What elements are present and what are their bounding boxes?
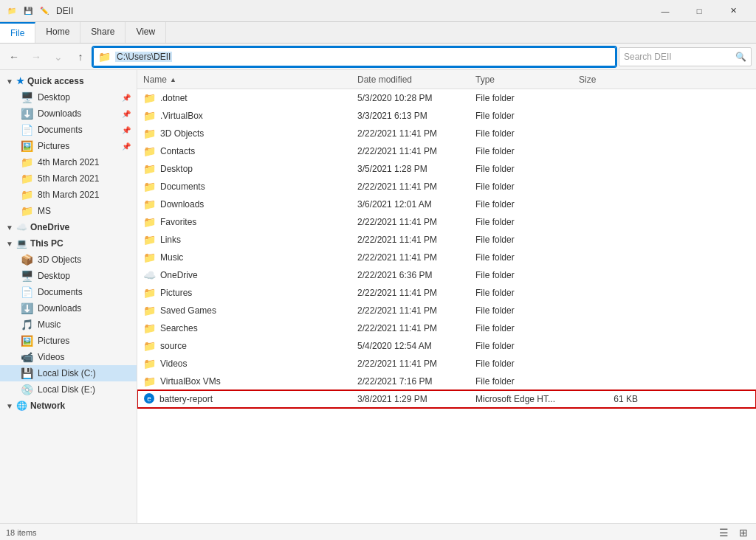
table-row[interactable]: 📁 Saved Games 2/22/2021 11:41 PM File fo… [137, 302, 756, 319]
address-bar[interactable]: 📁 C:\Users\DEII [93, 47, 616, 66]
file-date-cell: 2/22/2021 7:16 PM [357, 376, 475, 387]
8thmarch-icon: 📁 [21, 189, 33, 201]
3dobjects-icon: 📦 [21, 254, 33, 266]
close-button[interactable]: ✕ [716, 0, 750, 22]
network-label: Network [30, 401, 65, 411]
quick-access-label: Quick access [27, 76, 84, 86]
sidebar-thispc[interactable]: ▼ 💻 This PC [0, 235, 137, 252]
file-name-cell: 📁 .dotnet [143, 92, 357, 104]
sidebar-item-5thmarch[interactable]: 📁 5th March 2021 [0, 170, 137, 187]
sidebar-item-videos-pc[interactable]: 📹 Videos [0, 349, 137, 365]
table-row[interactable]: 📁 Searches 2/22/2021 11:41 PM File folde… [137, 319, 756, 337]
file-name-cell: 📁 Pictures [143, 287, 357, 299]
table-row[interactable]: 📁 Documents 2/22/2021 11:41 PM File fold… [137, 178, 756, 195]
file-date-cell: 2/22/2021 11:41 PM [357, 359, 475, 369]
table-row[interactable]: 📁 Music 2/22/2021 11:41 PM File folder [137, 249, 756, 266]
file-type-cell: File folder [475, 341, 579, 351]
search-placeholder: Search DEII [624, 52, 672, 62]
table-row[interactable]: 📁 source 5/4/2020 12:54 AM File folder [137, 337, 756, 355]
file-icon: 📁 [143, 198, 156, 210]
tab-home[interactable]: Home [35, 22, 80, 43]
file-date-cell: 5/3/2020 10:28 PM [357, 93, 475, 103]
col-header-size[interactable]: Size [579, 75, 638, 85]
file-name-text: Contacts [160, 146, 195, 156]
col-header-date[interactable]: Date modified [357, 75, 475, 85]
recent-locations-button[interactable]: ⌄ [49, 47, 68, 66]
list-view-button[interactable]: ☰ [717, 527, 731, 539]
table-row[interactable]: 📁 .VirtualBox 3/3/2021 6:13 PM File fold… [137, 107, 756, 125]
table-row[interactable]: 📁 Pictures 2/22/2021 11:41 PM File folde… [137, 284, 756, 302]
sidebar-item-4thmarch[interactable]: 📁 4th March 2021 [0, 154, 137, 170]
videos-pc-icon: 📹 [21, 351, 33, 363]
sidebar-item-pictures[interactable]: 🖼️ Pictures 📌 [0, 138, 137, 154]
sidebar-8thmarch-label: 8th March 2021 [38, 190, 99, 200]
4thmarch-icon: 📁 [21, 156, 33, 168]
file-icon: 📁 [143, 375, 156, 387]
forward-button[interactable]: → [27, 47, 46, 66]
status-item-count: 18 items [6, 528, 37, 537]
file-type-cell: File folder [475, 181, 579, 192]
table-row[interactable]: 📁 Links 2/22/2021 11:41 PM File folder [137, 231, 756, 249]
sidebar-item-pictures-pc[interactable]: 🖼️ Pictures [0, 333, 137, 349]
sidebar-item-localc[interactable]: 💾 Local Disk (C:) [0, 365, 137, 381]
file-name-cell: 📁 Saved Games [143, 305, 357, 316]
tab-share[interactable]: Share [80, 22, 126, 43]
sidebar-item-music-pc[interactable]: 🎵 Music [0, 316, 137, 333]
sidebar-network[interactable]: ▼ 🌐 Network [0, 398, 137, 414]
file-name-cell: 📁 Desktop [143, 163, 357, 175]
file-date-cell: 3/8/2021 1:29 PM [357, 394, 475, 404]
file-name-cell: 📁 source [143, 340, 357, 352]
window-title: DEII [56, 6, 73, 16]
table-row[interactable]: 📁 3D Objects 2/22/2021 11:41 PM File fol… [137, 125, 756, 142]
sidebar: ▼ ★ Quick access 🖥️ Desktop 📌 ⬇️ Downloa… [0, 70, 137, 523]
table-row[interactable]: 📁 Contacts 2/22/2021 11:41 PM File folde… [137, 142, 756, 160]
sidebar-locale-label: Local Disk (E:) [38, 384, 95, 395]
table-row[interactable]: 📁 Desktop 3/5/2021 1:28 PM File folder [137, 160, 756, 178]
file-name-cell: 📁 Contacts [143, 145, 357, 157]
up-button[interactable]: ↑ [71, 47, 90, 66]
sidebar-item-8thmarch[interactable]: 📁 8th March 2021 [0, 187, 137, 203]
app-icon-1: 📁 [6, 5, 18, 17]
file-icon: 📁 [143, 92, 156, 104]
sidebar-downloads-pc-label: Downloads [38, 303, 81, 314]
file-type-cell: File folder [475, 199, 579, 210]
table-row[interactable]: 📁 .dotnet 5/3/2020 10:28 PM File folder [137, 89, 756, 107]
col-header-name[interactable]: Name ▲ [143, 75, 357, 85]
file-name-text: OneDrive [160, 270, 198, 280]
grid-view-button[interactable]: ⊞ [737, 527, 750, 539]
table-row[interactable]: 📁 Favorites 2/22/2021 11:41 PM File fold… [137, 213, 756, 231]
sidebar-item-documents-pc[interactable]: 📄 Documents [0, 284, 137, 300]
file-icon: 📁 [143, 287, 156, 299]
sidebar-item-locale[interactable]: 💿 Local Disk (E:) [0, 381, 137, 398]
col-header-type[interactable]: Type [475, 75, 579, 85]
file-name-text: .dotnet [160, 93, 188, 103]
sidebar-item-desktop-pc[interactable]: 🖥️ Desktop [0, 268, 137, 284]
search-bar[interactable]: Search DEII 🔍 [619, 47, 752, 66]
file-name-text: Links [160, 235, 181, 245]
sidebar-section-quick-access[interactable]: ▼ ★ Quick access [0, 73, 137, 89]
minimize-button[interactable]: — [648, 0, 682, 22]
tab-file[interactable]: File [0, 22, 35, 43]
back-button[interactable]: ← [4, 47, 24, 66]
col-type-label: Type [475, 75, 495, 85]
maximize-button[interactable]: □ [682, 0, 716, 22]
sidebar-item-desktop[interactable]: 🖥️ Desktop 📌 [0, 89, 137, 105]
sidebar-item-downloads-pc[interactable]: ⬇️ Downloads [0, 300, 137, 316]
table-row[interactable]: e battery-report 3/8/2021 1:29 PM Micros… [137, 390, 756, 408]
sidebar-onedrive[interactable]: ▼ ☁️ OneDrive [0, 219, 137, 235]
desktop-pc-icon: 🖥️ [21, 270, 33, 282]
table-row[interactable]: ☁️ OneDrive 2/22/2021 6:36 PM File folde… [137, 266, 756, 284]
table-row[interactable]: 📁 Downloads 3/6/2021 12:01 AM File folde… [137, 195, 756, 213]
file-name-text: Searches [160, 323, 198, 333]
table-row[interactable]: 📁 Videos 2/22/2021 11:41 PM File folder [137, 355, 756, 373]
sidebar-item-ms[interactable]: 📁 MS [0, 203, 137, 219]
file-type-cell: File folder [475, 93, 579, 103]
sidebar-item-downloads[interactable]: ⬇️ Downloads 📌 [0, 105, 137, 122]
tab-view[interactable]: View [126, 22, 166, 43]
file-type-cell: File folder [475, 270, 579, 280]
sidebar-item-3dobjects[interactable]: 📦 3D Objects [0, 252, 137, 268]
table-row[interactable]: 📁 VirtualBox VMs 2/22/2021 7:16 PM File … [137, 373, 756, 390]
file-name-text: .VirtualBox [160, 111, 203, 121]
localc-icon: 💾 [21, 367, 33, 379]
sidebar-item-documents[interactable]: 📄 Documents 📌 [0, 122, 137, 138]
